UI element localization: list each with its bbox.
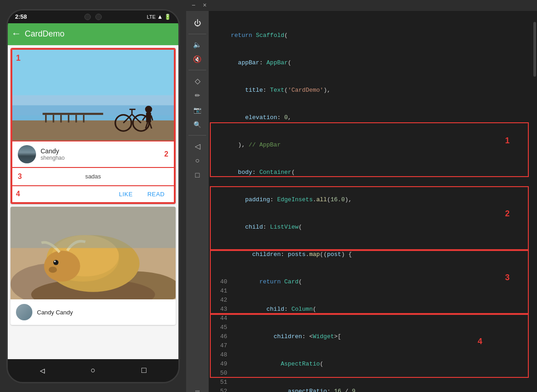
card1-action-buttons: LIKE READ [114,188,170,200]
card1-author-name: Candy [41,147,160,155]
sidebar-toolbar: ⏻ 🔈 🔇 ◇ ✏ 📷 🔍 ◁ ○ □ [186,11,209,392]
zoom-button[interactable]: 🔍 [189,118,206,131]
card1-actions: 4 LIKE READ [11,186,175,203]
toolbar-sep-1 [188,34,206,34]
card1-desc-text: sadas [85,173,101,180]
toolbar-top-group: ⏻ [186,15,209,32]
nav-back-icon: ◁ [40,366,45,376]
phone-status-icons: LTE ▲ 🔋 [147,13,171,20]
code-line-9: children: posts.map((post) { [231,250,532,259]
code-line-8: child: ListView( [231,223,532,232]
camera-dot-left [84,14,91,20]
code-line-5: ), // AppBar [231,141,532,150]
pencil-button[interactable]: ✏ [189,89,206,102]
nav-home-icon: ○ [91,366,96,375]
svg-rect-5 [45,115,47,122]
nav-recents-button[interactable]: □ [136,362,152,379]
card1-author-handle: shenghao [41,155,160,161]
power-button[interactable]: ⏻ [189,16,206,30]
card2-tile: Candy Candy [10,299,176,325]
nav-recents-icon: □ [141,366,146,375]
card-image-1 [12,50,174,141]
svg-rect-18 [146,112,151,122]
toolbar-draw-group: ◇ ✏ 📷 🔍 [186,72,209,133]
toolbar-sep-3 [188,135,206,136]
scrollbar-thumb[interactable] [533,22,536,77]
code-line-7: padding: EdgeInsets.all(16.0), [231,195,532,204]
more-options-button[interactable]: ⋯ [192,383,203,392]
card-image-2 [10,207,176,300]
back-arrow-icon[interactable]: ← [13,28,19,40]
svg-point-33 [49,267,57,273]
toolbar-vol-group: 🔈 🔇 [186,36,209,68]
phone-appbar: ← CardDemo [8,23,178,45]
card1-desc-badge: 3 [18,172,22,181]
camera-dot-right [95,14,102,20]
code-line-3: title: Text('CardDemo'), [231,86,532,95]
code-line-10: return Card( [231,277,532,287]
svg-rect-34 [10,207,176,248]
svg-point-32 [54,261,56,262]
card1-tile-badge: 2 [164,150,168,158]
lte-icon: LTE [147,14,156,20]
code-line-13: AspectRatio( [231,360,532,369]
card1-image-badge: 1 [16,53,21,63]
code-line-14: aspectRatio: 16 / 9, [231,387,532,392]
svg-rect-7 [60,115,62,122]
svg-point-30 [44,251,80,282]
nav-home-button[interactable]: ○ [85,362,101,379]
code-editor: 40 41 42 43 44 45 46 47 48 49 50 51 52 5… [209,11,537,392]
more-dots-icon: ⋯ [195,387,200,392]
svg-rect-4 [42,113,103,115]
camera-button[interactable]: 📷 [189,103,206,117]
code-line-2: appBar: AppBar( [231,58,532,68]
mute-button[interactable]: 🔇 [189,52,206,66]
code-line-12: children: <Widget>[ [231,332,532,341]
svg-point-31 [53,260,58,265]
code-content: 40 41 42 43 44 45 46 47 48 49 50 51 52 5… [209,11,537,392]
close-button[interactable]: × [201,2,208,9]
phone-time: 2:58 [15,13,27,20]
code-wrapper: 40 41 42 43 44 45 46 47 48 49 50 51 52 5… [209,13,537,392]
volume-button[interactable]: 🔈 [189,38,206,52]
phone-camera [84,12,102,22]
code-line-6: body: Container( [231,168,532,177]
back-nav-button[interactable]: ◁ [189,139,206,153]
svg-rect-9 [75,115,77,122]
zoom-icon: 🔍 [193,121,201,128]
card2-author-name: Candy Candy [37,309,73,316]
code-text: return Scaffold( appBar: AppBar( title: … [231,13,532,392]
card1-list-tile: Candy shenghao 2 [11,141,175,168]
phone-section: 2:58 LTE ▲ 🔋 ← CardDemo [0,0,186,392]
rect-nav-icon: □ [195,171,200,179]
battery-icon: 🔋 [164,14,171,20]
pencil-icon: ✏ [195,92,200,99]
camera-icon: 📷 [193,106,201,114]
nav-back-button[interactable]: ◁ [34,362,51,379]
minimize-button[interactable]: − [190,2,197,9]
svg-point-17 [145,105,152,112]
svg-rect-6 [53,115,54,122]
volume-icon: 🔈 [193,41,202,49]
circle-nav-button[interactable]: ○ [189,154,206,167]
read-button[interactable]: READ [142,188,170,200]
svg-rect-10 [83,115,84,122]
diamond-icon: ◇ [195,77,200,85]
phone-content: 1 Candy shenghao 2 3 sadas [8,45,178,359]
back-nav-icon: ◁ [195,142,200,151]
mute-icon: 🔇 [193,55,202,63]
phone-status-bar: 2:58 LTE ▲ 🔋 [8,10,178,23]
line-numbers: 40 41 42 43 44 45 46 47 48 49 50 51 52 5… [209,13,231,392]
code-line-1: return Scaffold( [231,31,532,40]
rect-nav-button[interactable]: □ [189,168,206,182]
diamond-button[interactable]: ◇ [189,74,206,88]
code-scrollbar[interactable] [532,13,537,392]
like-button[interactable]: LIKE [114,188,138,200]
card1-avatar [18,145,36,163]
power-icon: ⏻ [194,19,201,27]
toolbar-nav-group: ◁ ○ □ [186,137,209,184]
card-1: 1 Candy shenghao 2 3 sadas [10,48,176,204]
code-line-11: child: Column( [231,305,532,314]
circle-nav-icon: ○ [195,157,200,165]
phone-bottom-nav: ◁ ○ □ [8,359,178,382]
